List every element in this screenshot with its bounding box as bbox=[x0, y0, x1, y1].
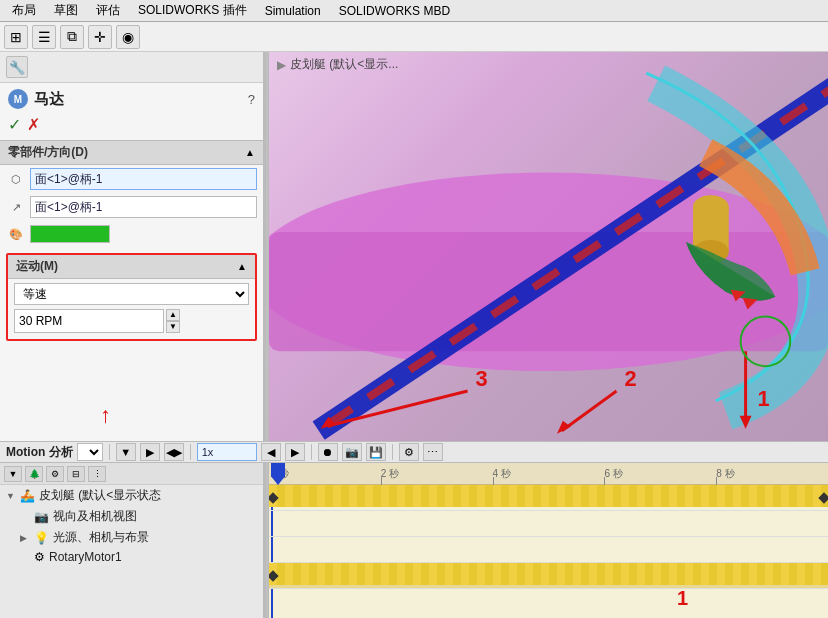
motion-analysis-bar: Motion 分析 ▼ ▶ ◀▶ 1x ◀ ▶ ⏺ 📷 💾 ⚙ ⋯ bbox=[0, 441, 828, 463]
field-input-1[interactable] bbox=[30, 168, 257, 190]
tree-expand-camera bbox=[20, 512, 30, 522]
svg-text:2: 2 bbox=[624, 366, 636, 391]
tl-btn-gear[interactable]: ⚙ bbox=[46, 466, 64, 482]
yellow-bar-rotary bbox=[269, 563, 828, 585]
panel-title-text: 马达 bbox=[34, 90, 64, 109]
bar-btn-next[interactable]: ▶ bbox=[285, 443, 305, 461]
menu-item-layout[interactable]: 布局 bbox=[4, 0, 44, 21]
field-row-1: ⬡ bbox=[0, 165, 263, 193]
scene-svg: 1 2 3 bbox=[269, 52, 828, 441]
menu-item-sketch[interactable]: 草图 bbox=[46, 0, 86, 21]
bar-btn-prev[interactable]: ◀ bbox=[261, 443, 281, 461]
svg-text:3: 3 bbox=[476, 366, 488, 391]
playhead-ruler bbox=[271, 463, 285, 485]
color-row: 🎨 bbox=[0, 221, 263, 247]
tree-expand-rotary bbox=[20, 552, 30, 562]
move-btn[interactable]: ✛ bbox=[88, 25, 112, 49]
motion-section-collapse-icon: ▲ bbox=[237, 261, 247, 272]
frame-num: 1x bbox=[202, 446, 214, 458]
grid-btn[interactable]: ⊞ bbox=[4, 25, 28, 49]
ruler-mark-6: 6 秒 bbox=[604, 467, 622, 481]
svg-text:1: 1 bbox=[758, 386, 770, 411]
tree-icon-camera: 📷 bbox=[34, 510, 49, 524]
timeline-row-2[interactable] bbox=[269, 511, 828, 537]
red-arrow-up: ↓ bbox=[100, 405, 111, 431]
bar-sep-3 bbox=[311, 444, 312, 460]
menu-item-sw-mbd[interactable]: SOLIDWORKS MBD bbox=[331, 2, 458, 20]
bar-sep-2 bbox=[190, 444, 191, 460]
motion-section-label: 运动(M) bbox=[16, 258, 58, 275]
ruler-line-6 bbox=[604, 477, 605, 485]
face-icon-2: ↗ bbox=[6, 197, 26, 217]
timeline-row-1[interactable] bbox=[269, 485, 828, 511]
confirm-btn[interactable]: ✓ bbox=[8, 115, 21, 134]
tree-icon-lights: 💡 bbox=[34, 531, 49, 545]
tree-item-lights[interactable]: ▶ 💡 光源、相机与布景 bbox=[0, 527, 263, 548]
bar-btn-record[interactable]: ⏺ bbox=[318, 443, 338, 461]
timeline-ruler: 0 秒 2 秒 4 秒 6 秒 8 秒 bbox=[269, 463, 828, 485]
copy-btn[interactable]: ⧉ bbox=[60, 25, 84, 49]
bar-btn-filter[interactable]: ▼ bbox=[116, 443, 136, 461]
main-toolbar: ⊞ ☰ ⧉ ✛ ◉ bbox=[0, 22, 828, 52]
3d-view[interactable]: ▶ 皮划艇 (默认<显示... bbox=[269, 52, 828, 441]
bar-btn-more[interactable]: ⋯ bbox=[423, 443, 443, 461]
menu-item-eval[interactable]: 评估 bbox=[88, 0, 128, 21]
tree-icon-rotary: ⚙ bbox=[34, 550, 45, 564]
tree-label-camera: 视向及相机视图 bbox=[53, 508, 137, 525]
ruler-mark-4: 4 秒 bbox=[493, 467, 511, 481]
timeline-row-3[interactable] bbox=[269, 537, 828, 563]
panel-title-row: M 马达 ? bbox=[0, 83, 263, 113]
ruler-line-4 bbox=[493, 477, 494, 485]
timeline-toolbar: ▼ 🌲 ⚙ ⊟ ⋮ bbox=[0, 463, 263, 485]
menu-item-simulation[interactable]: Simulation bbox=[257, 2, 329, 20]
menu-item-sw-plugin[interactable]: SOLIDWORKS 插件 bbox=[130, 0, 255, 21]
svg-line-10 bbox=[562, 391, 617, 431]
timeline-row-rotary[interactable] bbox=[269, 563, 828, 589]
section-component-header[interactable]: 零部件/方向(D) ▲ bbox=[0, 140, 263, 165]
rpm-spinner: ▲ ▼ bbox=[166, 309, 180, 333]
tl-btn-more[interactable]: ⋮ bbox=[88, 466, 106, 482]
tl-btn-filter[interactable]: ▼ bbox=[4, 466, 22, 482]
bar-btn-step[interactable]: ◀▶ bbox=[164, 443, 184, 461]
tree-item-camera[interactable]: 📷 视向及相机视图 bbox=[0, 506, 263, 527]
table-btn[interactable]: ☰ bbox=[32, 25, 56, 49]
tree-label-rotary: RotaryMotor1 bbox=[49, 550, 122, 564]
bar-btn-cam[interactable]: 📷 bbox=[342, 443, 362, 461]
tree-item-kayak[interactable]: ▼ 🚣 皮划艇 (默认<显示状态 bbox=[0, 485, 263, 506]
color-swatch[interactable] bbox=[30, 225, 110, 243]
motion-section-header[interactable]: 运动(M) ▲ bbox=[8, 255, 255, 279]
bar-btn-save[interactable]: 💾 bbox=[366, 443, 386, 461]
left-panel: 🔧 M 马达 ? ✓ ✗ 零部件/方向(D) ▲ ⬡ ↗ bbox=[0, 52, 265, 441]
field-input-2[interactable] bbox=[30, 196, 257, 218]
motion-section: 运动(M) ▲ 等速振荡分段数据点表达式伺服电机 ▲ ▼ bbox=[6, 253, 257, 341]
timeline-content bbox=[269, 485, 828, 618]
tree-item-rotary[interactable]: ⚙ RotaryMotor1 bbox=[0, 548, 263, 566]
cancel-btn[interactable]: ✗ bbox=[27, 115, 40, 134]
panel-title: M 马达 bbox=[8, 89, 64, 109]
ruler-mark-2: 2 秒 bbox=[381, 467, 399, 481]
panel-icon-btn[interactable]: 🔧 bbox=[6, 56, 28, 78]
face-icon-1: ⬡ bbox=[6, 169, 26, 189]
motor-icon: M bbox=[8, 89, 28, 109]
bar-btn-settings[interactable]: ⚙ bbox=[399, 443, 419, 461]
tl-btn-filter2[interactable]: ⊟ bbox=[67, 466, 85, 482]
color-btn[interactable]: ◉ bbox=[116, 25, 140, 49]
motion-bar-label: Motion 分析 bbox=[6, 444, 73, 461]
rpm-input[interactable] bbox=[14, 309, 164, 333]
rpm-spin-down[interactable]: ▼ bbox=[166, 321, 180, 333]
tree-expand-lights: ▶ bbox=[20, 533, 30, 543]
bar-sep-4 bbox=[392, 444, 393, 460]
rpm-spin-up[interactable]: ▲ bbox=[166, 309, 180, 321]
timeline-area: ▼ 🌲 ⚙ ⊟ ⋮ ▼ 🚣 皮划艇 (默认<显示状态 📷 视向及相机视图 ▶ 💡… bbox=[0, 463, 828, 618]
yellow-bar-main bbox=[269, 485, 828, 507]
motion-type-select[interactable]: 等速振荡分段数据点表达式伺服电机 bbox=[14, 283, 249, 305]
tl-btn-tree[interactable]: 🌲 bbox=[25, 466, 43, 482]
motion-bar-select[interactable] bbox=[77, 443, 103, 461]
panel-toolbar: 🔧 bbox=[0, 52, 263, 83]
tree-icon-kayak: 🚣 bbox=[20, 489, 35, 503]
help-icon[interactable]: ? bbox=[248, 92, 255, 107]
ruler-line-8 bbox=[716, 477, 717, 485]
menu-bar: 布局 草图 评估 SOLIDWORKS 插件 Simulation SOLIDW… bbox=[0, 0, 828, 22]
bar-btn-play[interactable]: ▶ bbox=[140, 443, 160, 461]
timeline-right[interactable]: 0 秒 2 秒 4 秒 6 秒 8 秒 bbox=[269, 463, 828, 618]
